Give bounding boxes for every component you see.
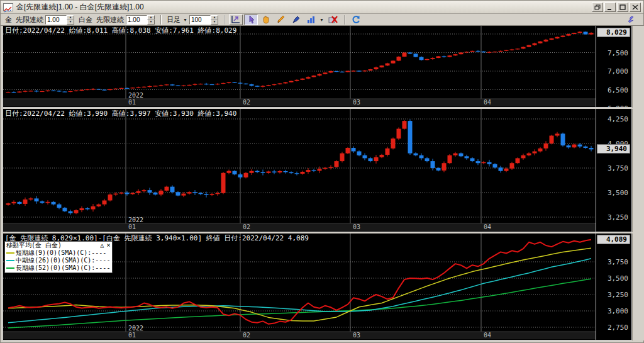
gold-price-axis: 7,5007,0006,5006,0008,029 [596,26,632,108]
axis-tick-label: 3,500 [608,274,628,283]
refresh-tool-button[interactable] [349,14,363,25]
axis-tick-label: 3,750 [608,164,628,172]
legend-title: 移動平均(金 白金) [6,242,97,249]
axis-tick-label: 3,500 [608,189,628,197]
maximize-button[interactable] [617,3,628,12]
platinum-multiplier-up-icon[interactable]: ▲ [147,15,155,20]
axis-tick-label: 7,000 [608,67,628,76]
sma-mid-swatch [6,260,14,261]
window-frame-right [632,26,644,340]
svg-text:2022: 2022 [128,216,143,223]
svg-text:03: 03 [353,99,360,106]
spread-price-axis: 3,7503,5003,2503,0002,7504,089 [596,233,632,340]
toolbar-separator [224,15,225,25]
toolbar-separator [160,15,162,25]
svg-text:04: 04 [484,332,491,339]
axis-tick-label: 3,000 [608,307,628,315]
platinum-multiplier-down-icon[interactable]: ▼ [147,20,155,25]
gold-multiplier-spinner: ▲▼ [45,15,74,25]
legend-collapse-button[interactable]: △ [100,242,104,249]
legend-row-short: 短期線(9)(0)(SMA)(C):---- [6,249,110,257]
current-price-box: 4,089 [597,235,630,244]
pen-draw-tool-button[interactable] [289,14,303,25]
wrench-settings-icon[interactable] [623,14,637,25]
current-price-box: 8,029 [597,28,630,37]
axis-tick-label: 3,250 [608,291,628,299]
delete-drawing-tool-button[interactable] [326,14,340,25]
gold-series-label: 先限連続 [16,15,43,25]
candles [6,31,594,93]
axis-tick-label: 4,250 [608,115,628,123]
sma-short-label: 短期線(9)(0)(SMA)(C):---- [16,249,106,257]
legend-row-mid: 中期線(26)(0)(SMA)(C):---- [6,257,110,264]
gold-plot: 010203042022 日付:2022/04/22 始値:8,011 高値:8… [3,26,596,108]
axis-tick-label: 2,750 [608,323,628,332]
candles [6,120,594,215]
gold-candlestick-chart[interactable]: 010203042022 [3,26,596,106]
toolbar: 金 先限連続 ▲▼ 白金 先限連続 ▲▼ 日足 ▼ ▲▼ [1,14,643,26]
svg-text:03: 03 [353,223,360,230]
sma-long-swatch [6,267,14,269]
platinum-candlestick-chart[interactable]: 010203042022 [3,109,596,231]
svg-text:01: 01 [128,99,136,106]
moving-average-legend: 移動平均(金 白金) △ × 短期線(9)(0)(SMA)(C):---- 中期… [4,241,113,273]
app-chart-icon [3,3,13,11]
platinum-multiplier-spinner: ▲▼ [126,15,155,25]
period-selector-label[interactable]: 日足 [167,15,180,25]
gold-symbol-label: 金 [5,15,12,25]
minimize-button[interactable] [604,3,616,12]
gold-panel: 010203042022 日付:2022/04/22 始値:8,011 高値:8… [3,26,632,108]
platinum-series-label: 先限連続 [96,15,124,25]
axis-tick-label: 3,250 [608,213,628,222]
gold-multiplier-input[interactable] [45,15,67,25]
period-dropdown-icon[interactable]: ▼ [183,18,187,22]
legend-row-long: 長期線(52)(0)(SMA)(C):---- [6,264,110,272]
spread-plot: 010203042022 [金 先限連続 8,029×1.00]-[白金 先限連… [3,233,596,340]
axis-tick-label: 3,750 [608,258,628,266]
svg-text:02: 02 [243,223,250,230]
svg-text:01: 01 [128,223,136,230]
svg-text:2022: 2022 [128,325,143,332]
platinum-symbol-label: 白金 [79,15,92,25]
select-arrow-tool-button[interactable] [244,14,258,25]
platinum-panel: 010203042022 日付:2022/04/22 始値:3,990 高値:3… [3,109,632,232]
axis-tick-label: 6,500 [608,86,628,94]
title-bar: 金[先限連続]1.00 - 白金[先限連続]1.00 [1,1,643,14]
gold-multiplier-up-icon[interactable]: ▲ [67,15,74,20]
window-title: 金[先限連続]1.00 - 白金[先限連続]1.00 [16,2,592,13]
axis-tick-label: 7,500 [608,49,628,57]
gold-multiplier-down-icon[interactable]: ▼ [67,20,74,25]
chart-area: 010203042022 日付:2022/04/22 始値:8,011 高値:8… [1,26,644,340]
sma-long-label: 長期線(52)(0)(SMA)(C):---- [16,264,110,272]
platinum-price-axis: 4,2504,0003,7503,5003,2503,940 [596,109,632,232]
chart-crosshair-tool-button[interactable] [229,14,243,25]
svg-text:01: 01 [128,332,136,339]
bar-count-spinner: ▲▼ [189,15,218,25]
indicator-dropdown-icon[interactable]: ▼ [319,18,324,22]
svg-text:2022: 2022 [128,92,143,99]
indicator-bars-tool-button[interactable] [304,14,318,25]
app-window: 金[先限連続]1.00 - 白金[先限連続]1.00 金 先限連続 ▲▼ 白金 … [0,0,644,343]
svg-text:02: 02 [243,99,250,106]
close-button[interactable] [630,3,641,12]
legend-close-button[interactable]: × [106,242,110,249]
current-price-box: 3,940 [597,144,630,154]
toolbar-separator [344,15,345,25]
bar-count-down-icon[interactable]: ▼ [211,20,218,25]
sma-mid-label: 中期線(26)(0)(SMA)(C):---- [16,257,110,264]
bar-count-input[interactable] [189,15,211,25]
float-window-button[interactable] [592,3,603,12]
platinum-plot: 010203042022 日付:2022/04/22 始値:3,990 高値:3… [3,109,596,232]
svg-text:03: 03 [353,332,360,339]
platinum-multiplier-input[interactable] [126,15,147,25]
svg-text:04: 04 [484,99,491,106]
bar-count-up-icon[interactable]: ▲ [211,15,218,20]
pencil-draw-tool-button[interactable] [274,14,288,25]
hand-pan-tool-button[interactable] [259,14,273,25]
sma-short-swatch [6,252,14,254]
svg-text:04: 04 [484,223,491,230]
spread-panel: 010203042022 [金 先限連続 8,029×1.00]-[白金 先限連… [3,233,632,340]
svg-text:02: 02 [243,332,250,339]
